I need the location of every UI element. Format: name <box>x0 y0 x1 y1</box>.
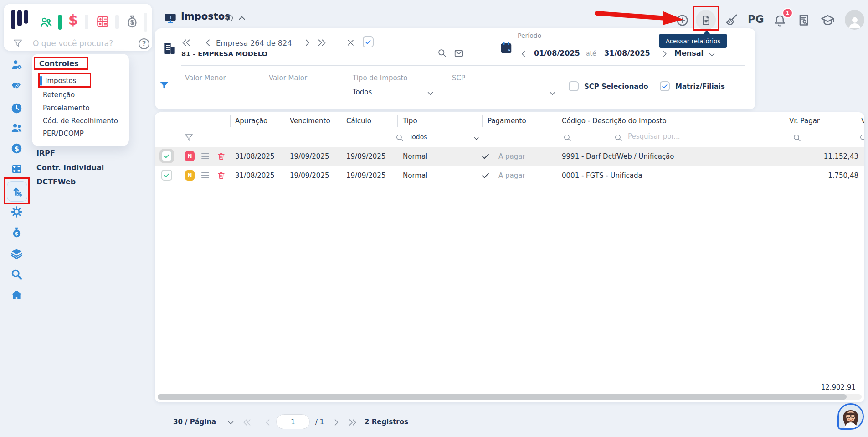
col-calculo[interactable]: Cálculo <box>346 117 371 125</box>
tipo-filter-chevron-icon[interactable] <box>473 135 480 142</box>
page-size-select[interactable]: 30 / Página <box>173 418 216 426</box>
chat-avatar[interactable] <box>837 403 864 430</box>
divider <box>230 115 231 127</box>
cell-apuracao: 31/08/2025 <box>235 152 274 161</box>
menu-item-per-dcomp[interactable]: PER/DCOMP <box>43 130 84 138</box>
delete-icon[interactable] <box>217 151 226 161</box>
next-page-button[interactable] <box>332 418 341 427</box>
valor-maior-input[interactable] <box>268 87 343 96</box>
sidebar-clock-icon[interactable] <box>10 102 23 114</box>
period-start-date[interactable]: 01/08/2025 <box>534 49 580 57</box>
broom-icon[interactable] <box>724 13 738 27</box>
scrollbar-thumb[interactable] <box>158 394 847 400</box>
col-vencimento[interactable]: Vencimento <box>290 117 330 125</box>
page-input[interactable] <box>276 414 310 429</box>
row-checkbox[interactable] <box>161 170 172 181</box>
table-row[interactable]: N 31/08/2025 19/09/2025 19/09/2025 Norma… <box>155 147 864 166</box>
sidebar-user-config-icon[interactable] <box>10 59 23 71</box>
col-codigo-descricao[interactable]: Código - Descrição do Imposto <box>562 117 667 125</box>
valor-menor-input[interactable] <box>184 87 259 96</box>
company-active-checkbox[interactable] <box>363 36 374 47</box>
pg-button[interactable]: PG <box>748 13 764 25</box>
company-search-icon[interactable] <box>437 48 447 58</box>
audit-document-icon[interactable] <box>797 14 810 26</box>
col-tipo[interactable]: Tipo <box>403 117 417 125</box>
tipo-filter-select[interactable]: Todos <box>409 133 427 140</box>
menu-item-cod-recolhimento[interactable]: Cód. de Recolhimento <box>43 117 118 125</box>
tipo-imposto-select[interactable]: Todos <box>353 88 372 96</box>
collapse-chevron-up-icon[interactable] <box>237 14 247 23</box>
sidebar-search-icon[interactable] <box>10 268 23 281</box>
last-page-button[interactable] <box>348 418 357 427</box>
prev-company-button[interactable] <box>203 38 213 47</box>
filters-funnel-icon[interactable] <box>159 79 170 92</box>
descricao-search-icon[interactable] <box>614 134 623 142</box>
first-company-button[interactable] <box>181 38 191 47</box>
vr-pagar-search-icon[interactable] <box>793 134 801 142</box>
impostos-page: $ ? Controles Impostos Retenção Parcelam… <box>0 0 868 437</box>
matriz-filiais-checkbox[interactable] <box>660 81 670 91</box>
col-apuracao[interactable]: Apuração <box>235 117 267 125</box>
sidebar-money-icon[interactable] <box>10 142 23 155</box>
prev-period-button[interactable] <box>519 50 528 58</box>
next-period-button[interactable] <box>661 50 669 58</box>
clear-company-button[interactable] <box>346 38 355 47</box>
prev-page-button[interactable] <box>263 418 272 427</box>
last-company-button[interactable] <box>317 38 327 47</box>
menu-item-parcelamento[interactable]: Parcelamento <box>43 104 90 112</box>
sidebar-partnership-icon[interactable] <box>10 79 23 92</box>
descricao-search-input[interactable] <box>627 132 711 141</box>
menu-item-irpf[interactable]: IRPF <box>36 149 55 157</box>
page-size-chevron-icon[interactable] <box>227 419 235 427</box>
menu-item-dctfweb[interactable]: DCTFWeb <box>36 177 76 186</box>
col-vr-pagar[interactable]: Vr. Pagar <box>789 117 820 125</box>
row-checkbox[interactable] <box>161 151 172 161</box>
moneybag-icon[interactable] <box>125 14 139 29</box>
pagamento-check-icon[interactable] <box>481 152 490 161</box>
help-icon[interactable]: ? <box>139 38 149 49</box>
pagamento-check-icon[interactable] <box>481 171 490 180</box>
sidebar-home-icon[interactable] <box>10 289 23 301</box>
user-avatar[interactable] <box>845 10 864 30</box>
first-page-button[interactable] <box>242 418 252 427</box>
row-menu-icon[interactable] <box>201 153 209 159</box>
page-title: Impostos <box>181 11 231 22</box>
col-pagamento[interactable]: Pagamento <box>488 117 526 125</box>
clipped-search-icon[interactable] <box>859 134 864 142</box>
scp-chevron-icon[interactable] <box>549 89 556 97</box>
sidebar-calculator-icon[interactable] <box>10 163 23 175</box>
table-row[interactable]: N 31/08/2025 19/09/2025 19/09/2025 Norma… <box>155 166 864 185</box>
horizontal-scrollbar[interactable] <box>158 394 862 400</box>
active-module-indicator <box>58 15 62 30</box>
menu-item-contr-individual[interactable]: Contr. Individual <box>36 163 104 172</box>
period-mode-chevron-icon[interactable] <box>708 51 716 58</box>
sidebar-moneybag-icon[interactable] <box>10 226 23 239</box>
period-mode-select[interactable]: Mensal <box>674 49 704 57</box>
period-end-date[interactable]: 31/08/2025 <box>604 49 650 57</box>
sidebar-layers-icon[interactable] <box>10 247 23 260</box>
table-filter-funnel-icon[interactable] <box>184 132 194 143</box>
codigo-search-icon[interactable] <box>563 134 572 142</box>
graduation-cap-icon[interactable] <box>821 13 835 27</box>
next-company-button[interactable] <box>303 38 312 47</box>
menu-item-retencao[interactable]: Retenção <box>43 91 75 99</box>
delete-icon[interactable] <box>217 171 226 180</box>
cell-pagamento: A pagar <box>498 152 525 161</box>
tipo-imposto-chevron-icon[interactable] <box>426 89 434 97</box>
filter-icon[interactable] <box>13 38 23 48</box>
col-clipped[interactable]: V <box>861 117 864 125</box>
info-icon[interactable] <box>225 14 234 22</box>
clients-icon[interactable] <box>39 16 53 29</box>
app-logo[interactable] <box>11 10 32 29</box>
mail-icon[interactable] <box>454 48 464 58</box>
tipo-search-icon[interactable] <box>395 134 404 142</box>
scp-label: SCP <box>452 74 465 82</box>
annotation-arrow <box>592 7 688 27</box>
sidebar-people-icon[interactable] <box>10 122 23 134</box>
row-menu-icon[interactable] <box>201 172 209 178</box>
sidebar-gear-icon[interactable] <box>10 206 23 218</box>
search-input[interactable] <box>32 38 134 48</box>
calculator-icon[interactable] <box>96 15 110 29</box>
scp-selecionado-checkbox[interactable] <box>569 81 579 91</box>
billing-icon[interactable]: $ <box>68 12 78 28</box>
